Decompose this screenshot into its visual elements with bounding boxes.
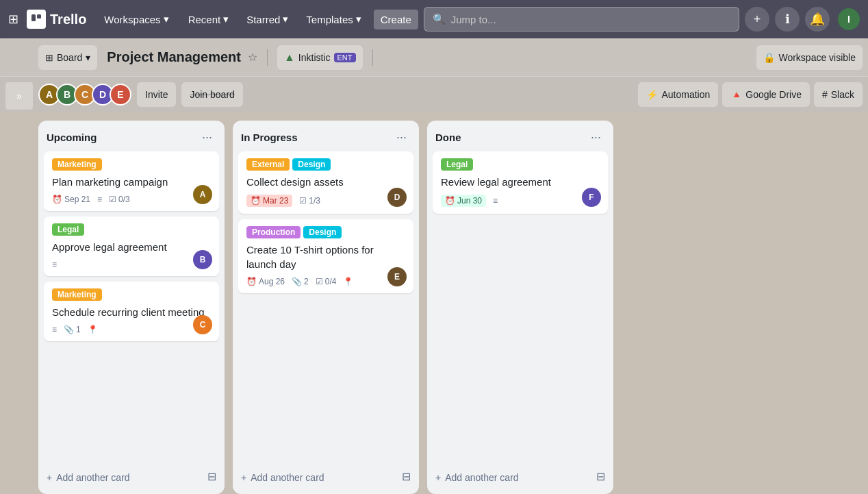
recent-button[interactable]: Recent ▾	[181, 9, 236, 29]
card-template-button-in-progress[interactable]: ⊟	[399, 467, 413, 486]
label-legal: Legal	[441, 158, 473, 171]
card-title: Schedule recurring client meeting	[52, 305, 211, 319]
automation-button[interactable]: ⚡ Automation	[638, 82, 718, 107]
column-header-upcoming: Upcoming ···	[44, 126, 219, 151]
board-icon: ⊞	[45, 52, 53, 63]
templates-button[interactable]: Templates ▾	[299, 9, 368, 29]
chevron-down-icon: ▾	[86, 52, 90, 63]
lock-icon: 🔒	[763, 52, 775, 63]
due-date-green: ⏰ Jun 30	[441, 195, 486, 207]
clock-icon: ⏰	[445, 196, 455, 206]
join-board-button[interactable]: Join board	[181, 82, 242, 107]
column-menu-upcoming[interactable]: ···	[198, 129, 216, 146]
automation-label: Automation	[661, 89, 710, 100]
description-icon: ≡	[493, 196, 498, 206]
search-icon: 🔍	[433, 13, 446, 25]
star-icon[interactable]: ☆	[248, 51, 257, 64]
workspace-visible-label: Workspace visible	[778, 52, 856, 63]
notifications-button[interactable]: 🔔	[805, 7, 830, 32]
card-approve-legal[interactable]: Legal Approve legal agreement ≡ B	[44, 217, 219, 276]
board-view-button[interactable]: ⊞ Board ▾	[38, 45, 97, 70]
card-schedule-meeting[interactable]: Marketing Schedule recurring client meet…	[44, 282, 219, 341]
label-marketing: Marketing	[52, 158, 102, 171]
attachment: 📎 1	[64, 325, 81, 334]
collapse-icon: »	[16, 90, 22, 101]
add-card-label: Add another card	[56, 472, 129, 483]
starred-button[interactable]: Starred ▾	[240, 9, 295, 29]
check-icon: ☑	[316, 277, 323, 286]
board-title: Project Management	[107, 49, 241, 65]
card-title: Review legal agreement	[441, 175, 600, 189]
column-menu-done[interactable]: ···	[587, 129, 605, 146]
card-plan-marketing[interactable]: Marketing Plan marketing campaign ⏰ Sep …	[44, 151, 219, 211]
add-card-row-upcoming: + Add another card ⊟	[44, 464, 219, 489]
card-template-button-upcoming[interactable]: ⊟	[205, 467, 219, 486]
search-placeholder: Jump to...	[451, 14, 496, 25]
grid-icon[interactable]: ⊞	[8, 12, 18, 27]
description-icon: ≡	[97, 195, 102, 204]
checklist: ☑ 0/4	[316, 277, 337, 286]
location-icon: 📍	[343, 277, 353, 286]
column-done: Done ··· Legal Review legal agreement ⏰ …	[427, 121, 613, 494]
card-meta: ⏰ Aug 26 📎 2 ☑ 0/4 📍	[246, 277, 405, 286]
column-title-upcoming: Upcoming	[47, 132, 97, 143]
card-avatar: D	[387, 188, 407, 207]
add-card-button-in-progress[interactable]: + Add another card	[238, 467, 399, 489]
workspaces-button[interactable]: Workspaces ▾	[97, 9, 175, 29]
due-date: ⏰ Sep 21	[52, 195, 90, 204]
card-title: Create 10 T-shirt options for launch day	[246, 243, 405, 271]
card-tshirt[interactable]: Production Design Create 10 T-shirt opti…	[238, 219, 413, 293]
card-collect-design[interactable]: External Design Collect design assets ⏰ …	[238, 151, 413, 214]
trello-logo-icon	[27, 10, 46, 29]
checklist: ☑ 0/3	[109, 195, 130, 204]
user-avatar[interactable]: I	[838, 8, 860, 30]
inktistic-button[interactable]: ▲ Inktistic ENT	[277, 45, 363, 70]
plus-icon: +	[241, 472, 246, 483]
label-design: Design	[303, 226, 342, 238]
column-header-in-progress: In Progress ···	[238, 126, 413, 151]
create-button[interactable]: Create	[374, 10, 418, 29]
description-icon: ≡	[52, 325, 57, 334]
google-drive-label: Google Drive	[745, 89, 802, 100]
card-template-button-done[interactable]: ⊟	[593, 467, 608, 486]
add-card-button-upcoming[interactable]: + Add another card	[44, 467, 205, 489]
card-labels: Marketing	[52, 158, 211, 171]
card-labels: Production Design	[246, 226, 405, 238]
invite-button[interactable]: Invite	[137, 82, 176, 107]
slack-icon: #	[822, 89, 828, 100]
sidebar-toggle[interactable]: »	[5, 82, 33, 110]
plus-icon: +	[47, 472, 52, 483]
check-icon: ☑	[299, 196, 307, 206]
label-design: Design	[292, 158, 331, 171]
label-marketing: Marketing	[52, 288, 102, 301]
chevron-icon: ▾	[223, 13, 229, 25]
info-button[interactable]: ℹ	[775, 7, 800, 32]
add-button[interactable]: +	[745, 7, 769, 32]
trello-logo[interactable]: Trello	[27, 10, 86, 29]
search-bar[interactable]: 🔍 Jump to...	[424, 7, 739, 32]
clock-icon: ⏰	[246, 277, 257, 286]
top-navigation: ⊞ Trello Workspaces ▾ Recent ▾ Starred ▾…	[0, 0, 868, 38]
plus-icon: +	[435, 472, 441, 483]
workspaces-label: Workspaces	[104, 14, 160, 25]
label-production: Production	[246, 226, 301, 238]
avatar-5[interactable]: E	[110, 84, 131, 106]
add-card-row-done: + Add another card ⊟	[433, 464, 608, 489]
paperclip-icon: 📎	[64, 325, 74, 334]
column-in-progress: In Progress ··· External Design Collect …	[233, 121, 419, 494]
chevron-icon: ▾	[356, 13, 361, 25]
add-card-button-done[interactable]: + Add another card	[433, 467, 593, 489]
check-icon: ☑	[109, 195, 116, 204]
workspace-visible-button[interactable]: 🔒 Workspace visible	[756, 45, 863, 70]
nav-right: + ℹ 🔔 I	[745, 7, 860, 32]
checklist: ☑ 1/3	[299, 196, 320, 206]
board-content: Upcoming ··· Marketing Plan marketing ca…	[0, 112, 868, 494]
cards-done: Legal Review legal agreement ⏰ Jun 30 ≡ …	[433, 151, 608, 464]
slack-button[interactable]: # Slack	[814, 82, 863, 107]
card-review-legal[interactable]: Legal Review legal agreement ⏰ Jun 30 ≡ …	[433, 151, 608, 214]
paperclip-icon: 📎	[292, 277, 302, 286]
google-drive-button[interactable]: 🔺 Google Drive	[722, 82, 810, 107]
column-menu-in-progress[interactable]: ···	[392, 129, 411, 146]
sub-header-actions: ⚡ Automation 🔺 Google Drive # Slack	[638, 82, 863, 107]
inktistic-label: Inktistic	[298, 52, 331, 63]
